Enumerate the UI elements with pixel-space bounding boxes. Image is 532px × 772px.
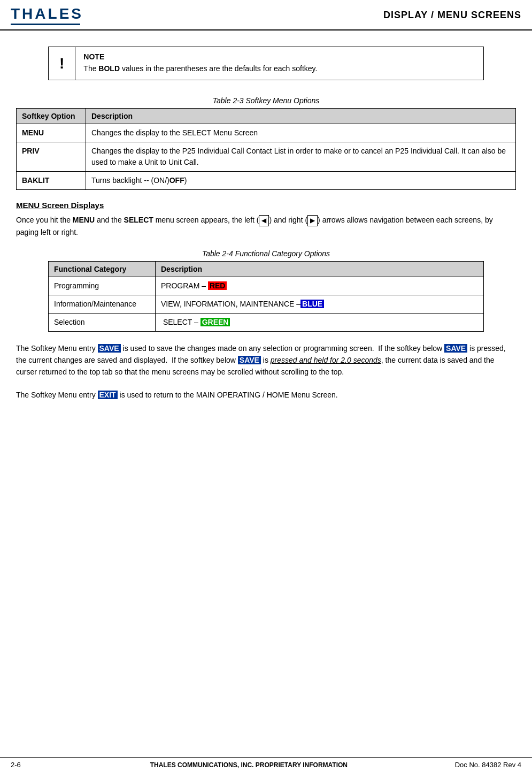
note-box: ! NOTE The BOLD values in the parenthese… (48, 47, 484, 80)
main-content: ! NOTE The BOLD values in the parenthese… (0, 30, 532, 422)
table-row: MENUChanges the display to the SELECT Me… (17, 124, 516, 142)
note-label: NOTE (83, 52, 317, 61)
para-save-text4: is (261, 356, 271, 364)
table2-row1-desc: PROGRAM – RED (156, 277, 484, 295)
page-header: THALES DISPLAY / MENU SCREENS (0, 0, 532, 30)
company-logo: THALES (11, 5, 83, 22)
para-save-text2: is used to save the changes made on any … (121, 344, 444, 353)
note-text: The BOLD values in the parentheses are t… (83, 63, 317, 74)
footer-center-text: THALES COMMUNICATIONS, INC. PROPRIETARY … (43, 761, 455, 769)
footer-doc-number: Doc No. 84382 Rev 4 (455, 761, 521, 769)
para-exit-text1: The Softkey Menu entry (16, 391, 98, 399)
table-row: BAKLITTurns backlight -- (ON/)OFF) (17, 172, 516, 190)
table2-caption: Table 2-4 Functional Category Options (48, 249, 484, 258)
para-exit: The Softkey Menu entry EXIT is used to r… (16, 389, 516, 401)
page-footer: 2-6 THALES COMMUNICATIONS, INC. PROPRIET… (0, 757, 532, 772)
table2-row1-cat: Programming (49, 277, 156, 295)
table1-desc-cell: Changes the display to the SELECT Menu S… (86, 124, 516, 142)
menu-bold: MENU (73, 216, 95, 224)
save-badge-2: SAVE (444, 344, 467, 353)
table1-col1-header: Softkey Option (17, 109, 86, 124)
table1: Softkey Option Description MENUChanges t… (16, 108, 516, 190)
note-text-before: The (83, 64, 98, 73)
note-content: NOTE The BOLD values in the parentheses … (75, 47, 325, 80)
table1-caption: Table 2-3 Softkey Menu Options (16, 96, 516, 105)
note-text-after: values in the parentheses are the defaul… (120, 64, 317, 73)
table1-desc-cell: Turns backlight -- (ON/)OFF) (86, 172, 516, 190)
footer-page-number: 2-6 (11, 761, 43, 769)
save-badge-3: SAVE (238, 356, 261, 364)
select-bold: SELECT (124, 216, 153, 224)
table2-row3-cat: Selection (49, 313, 156, 331)
arrow-left-icon: ◀ (259, 215, 269, 226)
para-save: The Softkey Menu entry SAVE is used to s… (16, 342, 516, 378)
table-row: Selection SELECT – GREEN (49, 313, 484, 331)
badge-red: RED (208, 281, 227, 290)
save-badge-1: SAVE (98, 344, 121, 353)
table-row: Programming PROGRAM – RED (49, 277, 484, 295)
table1-option-cell: PRIV (17, 142, 86, 172)
table2-row2-desc: VIEW, INFORMATION, MAINTENANCE –BLUE (156, 295, 484, 313)
table1-col2-header: Description (86, 109, 516, 124)
logo-underline (11, 24, 80, 25)
table2-col2-header: Description (156, 261, 484, 277)
section1-para: Once you hit the MENU and the SELECT men… (16, 214, 516, 239)
arrow-right-icon: ▶ (307, 215, 318, 226)
para-exit-text2: is used to return to the MAIN OPERATING … (118, 391, 338, 399)
exit-badge: EXIT (98, 391, 118, 399)
table2-wrapper: Table 2-4 Functional Category Options Fu… (48, 249, 484, 332)
para-save-italic: pressed and held for 2.0 seconds (271, 356, 381, 364)
table1-option-cell: MENU (17, 124, 86, 142)
table2-row2-cat: Information/Maintenance (49, 295, 156, 313)
page-title: DISPLAY / MENU SCREENS (383, 10, 521, 21)
table1-option-cell: BAKLIT (17, 172, 86, 190)
note-bold-word: BOLD (98, 64, 120, 73)
badge-green: GREEN (201, 318, 230, 326)
badge-blue: BLUE (300, 300, 324, 308)
section1-heading: MENU Screen Displays (16, 201, 516, 210)
logo-area: THALES (11, 5, 83, 25)
table2: Functional Category Description Programm… (48, 261, 484, 332)
table2-row3-desc: SELECT – GREEN (156, 313, 484, 331)
para-save-text1: The Softkey Menu entry (16, 344, 98, 353)
table-row: Information/Maintenance VIEW, INFORMATIO… (49, 295, 484, 313)
table1-desc-cell: Changes the display to the P25 Individua… (86, 142, 516, 172)
table2-col1-header: Functional Category (49, 261, 156, 277)
exclamation-icon: ! (49, 47, 75, 80)
table-row: PRIVChanges the display to the P25 Indiv… (17, 142, 516, 172)
